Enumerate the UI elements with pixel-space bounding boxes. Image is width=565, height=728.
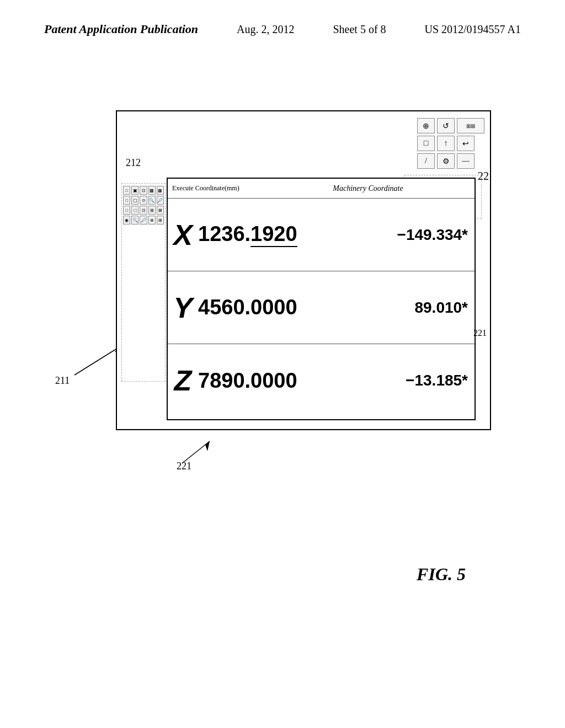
toolbar-left: □ ▣ ⊡ ▩ ▦ □ ▢ ⊙ 🔍 🔎 □ □ ⊡ ⊞ ⊠ ◉ — [121, 183, 166, 382]
icon-3[interactable]: ⊡ — [140, 186, 147, 195]
icon-6[interactable]: □ — [123, 196, 130, 205]
label-22: 22 — [478, 170, 489, 183]
left-row-1: □ ▣ ⊡ ▩ ▦ — [123, 186, 164, 195]
y-machinery: 89.010* — [308, 299, 475, 317]
outer-panel: ⊕ ↺ ⊞⊞ □ ↑ ↩ / ⚙ — □ ▣ ⊡ ▩ ▦ — [116, 110, 491, 430]
icon-13[interactable]: ⊡ — [140, 206, 147, 215]
line-tool[interactable]: / — [417, 153, 435, 169]
sheet-number: Sheet 5 of 8 — [333, 23, 386, 36]
icon-11[interactable]: □ — [123, 206, 130, 215]
rotate-tool[interactable]: ↺ — [437, 118, 455, 133]
label-212: 212 — [126, 157, 141, 169]
y-execute-int: 4560. — [198, 296, 250, 319]
axis-y: Y — [168, 291, 198, 324]
coord-row-x: X 1236.1920 −149.334* — [168, 199, 475, 271]
arc-tool[interactable]: ↑ — [437, 136, 455, 151]
publication-date: Aug. 2, 2012 — [237, 23, 294, 36]
y-execute-dec: 0000 — [250, 296, 297, 319]
icon-15[interactable]: ⊠ — [157, 206, 164, 215]
icon-16[interactable]: ◉ — [123, 216, 130, 224]
icon-18[interactable]: 🔎 — [140, 216, 147, 224]
circle-tool[interactable]: ⊕ — [417, 118, 435, 133]
grid-tool[interactable]: ⊞⊞ — [457, 118, 484, 133]
coord-row-z: Z 7890.0000 −13.185* — [168, 344, 475, 417]
fig-label: FIG. 5 — [417, 564, 466, 585]
coord-panel: Execute Coordinate(mm) Machinery Coordin… — [167, 178, 476, 420]
publication-title: Patent Application Publication — [44, 22, 198, 36]
label-221-inner: 221 — [473, 328, 487, 338]
page-header: Patent Application Publication Aug. 2, 2… — [0, 22, 565, 36]
icon-20[interactable]: ⊞ — [157, 216, 164, 224]
axis-x: X — [168, 218, 198, 251]
icon-7[interactable]: ▢ — [131, 196, 138, 205]
toolbar-top: ⊕ ↺ ⊞⊞ □ ↑ ↩ / ⚙ — — [417, 118, 484, 169]
left-row-2: □ ▢ ⊙ 🔍 🔎 — [123, 196, 164, 205]
x-execute-dec: 1920 — [250, 222, 297, 247]
toolbar-row-1: ⊕ ↺ ⊞⊞ — [417, 118, 484, 133]
z-execute-dec: 0000 — [250, 369, 297, 393]
toolbar-row-3: / ⚙ — — [417, 153, 484, 169]
patent-number: US 2012/0194557 A1 — [425, 23, 521, 36]
axis-z: Z — [168, 364, 198, 397]
icon-10[interactable]: 🔎 — [157, 196, 164, 205]
icon-4[interactable]: ▩ — [148, 186, 156, 195]
diagram-area: ⊕ ↺ ⊞⊞ □ ↑ ↩ / ⚙ — □ ▣ ⊡ ▩ ▦ — [44, 77, 521, 618]
toolbar-row-2: □ ↑ ↩ — [417, 136, 484, 151]
x-machinery: −149.334* — [308, 226, 475, 244]
icon-9[interactable]: 🔍 — [148, 196, 156, 205]
icon-12[interactable]: □ — [131, 206, 138, 215]
icon-2[interactable]: ▣ — [131, 186, 138, 195]
icon-8[interactable]: ⊙ — [140, 196, 147, 205]
left-row-3: □ □ ⊡ ⊞ ⊠ — [123, 206, 164, 215]
icon-1[interactable]: □ — [123, 186, 130, 195]
label-211: 211 — [55, 375, 70, 387]
x-execute-int: 1236. — [198, 222, 250, 246]
machinery-header: Machinery Coordinate — [266, 184, 470, 193]
left-row-4: ◉ 🔍 🔎 ⊕ ⊞ — [123, 216, 164, 224]
execute-header: Execute Coordinate(mm) — [172, 184, 266, 192]
coord-row-y: Y 4560.0000 89.010* — [168, 271, 475, 344]
icon-14[interactable]: ⊞ — [148, 206, 156, 215]
z-execute-int: 7890. — [198, 369, 250, 393]
coord-header: Execute Coordinate(mm) Machinery Coordin… — [168, 179, 475, 199]
icon-19[interactable]: ⊕ — [148, 216, 156, 224]
z-machinery: −13.185* — [308, 372, 475, 389]
gear-tool[interactable]: ⚙ — [437, 153, 455, 169]
minus-tool[interactable]: — — [457, 153, 475, 169]
icon-17[interactable]: 🔍 — [131, 216, 138, 224]
label-221-bottom: 221 — [177, 461, 191, 472]
square-tool[interactable]: □ — [417, 136, 435, 151]
icon-5[interactable]: ▦ — [157, 186, 164, 195]
undo-tool[interactable]: ↩ — [457, 136, 475, 151]
